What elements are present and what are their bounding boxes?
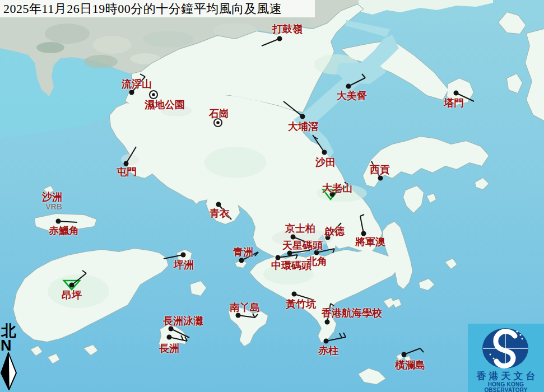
station-chek-lap-kok [56,219,78,224]
calm-symbol-center [216,121,220,124]
station-marker [292,292,297,297]
wind-barb-shaft [58,221,77,222]
station-marker [216,202,221,207]
station-marker [402,352,407,357]
wind-barb-tick [255,314,258,318]
wind-barb-tick [345,182,348,185]
wind-barb-tick [360,214,364,216]
wind-barb-tick [308,246,310,250]
wind-barb-tick [420,348,424,352]
station-cheung-chau-beach [169,326,190,338]
station-marker [56,219,61,224]
hko-english-name: HONG KONG OBSERVATORY [468,382,544,392]
station-tap-mun [454,91,475,102]
station-marker [236,313,241,318]
stations-layer [0,0,544,392]
station-marker [324,339,329,344]
station-wetland-park [150,91,157,99]
wind-barb-tick [343,333,346,337]
wind-barb-shaft [328,223,341,237]
wind-barb-shaft [126,147,136,164]
wind-barb-shaft [132,77,145,92]
station-star-ferry-pier [287,246,310,256]
station-shek-kong [214,119,222,127]
hko-chinese-name: 香港天文台 [468,371,544,381]
wind-barb-shaft [326,337,346,341]
station-tuen-mun [124,147,137,166]
wind-barb-shaft [456,93,474,101]
title-bar: 2025年11月26日19時00分的十分鐘平均風向及風速 [0,0,315,17]
station-tsing-yi [216,202,232,220]
calm-symbol-center [152,93,155,96]
station-marker [346,84,351,89]
wind-barb-tick [331,304,334,306]
station-marker [361,231,366,236]
station-ta-kwu-ling [262,36,282,46]
wind-barb-tick [140,74,145,77]
map-title: 2025年11月26日19時00分的十分鐘平均風向及風速 [0,1,282,17]
north-compass: 北 N [0,324,22,392]
station-stanley [324,333,346,344]
station-marker [181,253,186,258]
wind-barb-shaft [360,216,364,234]
north-arrow-icon [0,352,19,390]
station-marker [322,150,327,155]
station-ngong-ping [64,270,86,290]
wind-map-screen: 打鼓嶺流浮山濕地公園石崗大美督塔門大埔滘沙田屯門西貢大老山沙洲VRB赤鱲角青衣京… [0,0,544,392]
wind-barb-shaft [164,255,183,259]
station-tseung-kwan-o [360,214,366,236]
station-kai-tak [326,223,342,240]
station-marker [276,255,281,260]
wind-barb-shaft [262,39,280,46]
station-north-point [314,249,335,255]
wind-barb-shaft [327,304,331,322]
station-marker [69,283,75,288]
station-marker [300,114,305,119]
station-green-island [239,252,259,263]
station-tai-mei-tuk [346,74,366,89]
station-central-pier [276,255,298,260]
wind-barb-shaft [241,252,258,260]
station-marker [277,36,282,41]
station-tai-po-kau [283,101,305,119]
hko-logo: 香港天文台 HONG KONG OBSERVATORY [468,324,544,392]
wind-barb-shaft [317,249,334,253]
wind-barb-shaft [290,250,310,253]
station-kings-park [291,235,308,243]
station-marker [454,91,459,96]
wind-barb-shaft [218,204,231,220]
station-lau-fau-shan [129,74,146,95]
wind-barb-shaft [238,315,255,318]
station-waglan-island [402,348,424,357]
station-marker [129,90,134,95]
hko-logo-icon [468,324,544,371]
station-marker [325,320,330,325]
wind-barb-shaft [169,337,187,341]
station-lamma-island [236,313,258,318]
station-sai-kung [371,161,383,181]
station-wong-chuk-hang [292,292,315,301]
station-tates-cairn [323,182,348,199]
wind-barb-shaft [404,348,420,354]
wind-barb-tick [362,74,365,78]
wind-barb-shaft [371,161,380,178]
station-hk-sea-school [325,304,334,325]
wind-barb-tick [82,270,86,273]
station-marker [314,250,319,255]
station-sha-tin [313,135,327,155]
north-chinese-label: 北 [1,324,22,339]
wind-barb-shaft [72,273,86,285]
station-marker [330,192,335,197]
wind-barb-shaft [171,329,189,338]
station-peng-chau [164,253,186,259]
station-marker [167,335,172,340]
station-marker [291,235,296,240]
station-marker [124,161,129,166]
wind-barb-tick [340,333,342,338]
station-marker [169,326,174,332]
wind-barb-shaft [278,255,297,258]
station-marker [378,176,383,181]
wind-barb-shaft [348,78,365,86]
station-marker [239,258,244,263]
north-letter-label: N [1,339,22,352]
